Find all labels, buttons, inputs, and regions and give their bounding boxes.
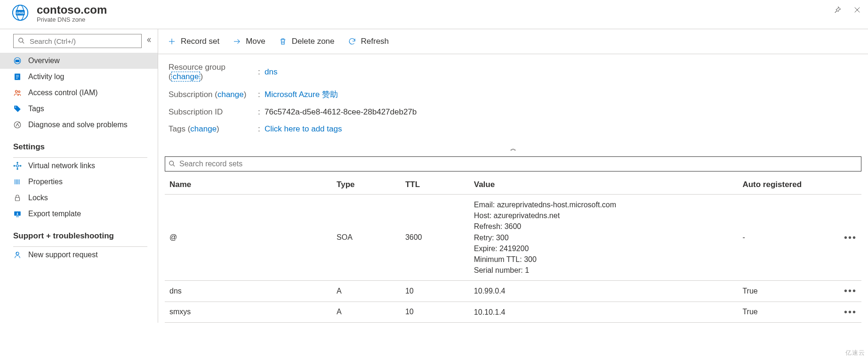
sidebar-item-label: Diagnose and solve problems	[28, 121, 128, 129]
tag-icon	[13, 105, 22, 113]
diag-icon	[13, 121, 22, 129]
svg-rect-6	[16, 60, 20, 62]
svg-point-4	[19, 38, 23, 42]
dns-zone-icon: DNS	[11, 4, 29, 22]
page-header: DNS contoso.com Private DNS zone	[0, 0, 868, 29]
cell-value: 10.10.1.4	[469, 302, 738, 322]
row-actions[interactable]: •••	[833, 281, 861, 302]
collapse-sidebar-icon[interactable]	[145, 37, 152, 45]
subscription-id-value: 76c5742a-d5e8-4612-8cee-28b427deb27b	[265, 107, 417, 117]
tags-label: Tags	[169, 124, 185, 133]
iam-icon	[13, 89, 22, 97]
cell-ttl: 10	[401, 302, 469, 322]
properties-block: Resource group (change) : dns Subscripti…	[158, 54, 868, 144]
svg-point-13	[14, 165, 15, 166]
subscription-id-label: Subscription ID	[169, 107, 258, 117]
sidebar-item-export-template[interactable]: Export template	[0, 206, 158, 222]
cell-name: dns	[165, 281, 332, 302]
cell-value: Email: azureprivatedns-host.microsoft.co…	[469, 195, 738, 281]
move-button[interactable]: Move	[233, 37, 265, 46]
support-icon	[13, 251, 22, 259]
sidebar: OverviewActivity logAccess control (IAM)…	[0, 29, 158, 323]
col-name[interactable]: Name	[165, 175, 332, 195]
sidebar-item-locks[interactable]: Locks	[0, 190, 158, 206]
delete-zone-label: Delete zone	[292, 37, 335, 46]
table-row[interactable]: dnsA1010.99.0.4True•••	[165, 281, 861, 302]
resource-group-value[interactable]: dns	[265, 67, 277, 77]
svg-point-14	[20, 165, 21, 166]
sidebar-item-activity-log[interactable]: Activity log	[0, 69, 158, 85]
refresh-button[interactable]: Refresh	[348, 37, 389, 46]
sidebar-item-label: Export template	[28, 210, 81, 218]
record-set-label: Record set	[181, 37, 219, 46]
cell-type: A	[332, 302, 401, 322]
subscription-value[interactable]: Microsoft Azure 赞助	[265, 89, 338, 100]
cell-auto: True	[738, 302, 833, 322]
sidebar-item-access-control-iam-[interactable]: Access control (IAM)	[0, 85, 158, 101]
records-table: Name Type TTL Value Auto registered @SOA…	[165, 175, 861, 323]
cell-value: 10.99.0.4	[469, 281, 738, 302]
sidebar-item-virtual-network-links[interactable]: Virtual network links	[0, 158, 158, 174]
tags-change-link[interactable]: change	[190, 124, 217, 133]
vnet-icon	[13, 162, 22, 170]
toolbar: Record set Move Delete zone Refresh	[158, 29, 868, 54]
cell-type: A	[332, 281, 401, 302]
svg-text:DNS: DNS	[16, 11, 24, 15]
log-icon	[13, 73, 22, 81]
col-auto[interactable]: Auto registered	[738, 175, 833, 195]
cell-auto: True	[738, 281, 833, 302]
prop-icon	[13, 178, 22, 186]
resource-group-label: Resource group	[169, 63, 225, 72]
more-icon[interactable]: •••	[844, 286, 857, 296]
svg-point-9	[18, 91, 20, 93]
sidebar-item-overview[interactable]: Overview	[0, 53, 158, 69]
content-pane: Record set Move Delete zone Refresh Reso…	[158, 29, 868, 323]
lock-icon	[13, 194, 22, 202]
col-ttl[interactable]: TTL	[401, 175, 469, 195]
svg-point-10	[15, 106, 16, 107]
delete-zone-button[interactable]: Delete zone	[279, 37, 335, 46]
sidebar-item-new-support-request[interactable]: New support request	[0, 247, 158, 263]
subscription-change-link[interactable]: change	[217, 90, 244, 99]
collapse-properties-icon[interactable]: ︽	[158, 144, 868, 156]
sidebar-section-settings: Settings	[0, 133, 158, 155]
page-subtitle: Private DNS zone	[37, 16, 833, 23]
cell-auto: -	[738, 195, 833, 281]
more-icon[interactable]: •••	[844, 232, 857, 243]
svg-rect-17	[16, 197, 20, 201]
sidebar-item-tags[interactable]: Tags	[0, 101, 158, 117]
tags-value[interactable]: Click here to add tags	[265, 124, 342, 134]
svg-point-20	[169, 161, 174, 165]
refresh-label: Refresh	[361, 37, 389, 46]
record-search-input[interactable]	[165, 156, 861, 171]
cell-ttl: 10	[401, 281, 469, 302]
close-icon[interactable]	[853, 6, 861, 16]
svg-point-16	[17, 169, 18, 170]
sidebar-item-diagnose-and-solve-problems[interactable]: Diagnose and solve problems	[0, 117, 158, 133]
sidebar-item-label: Tags	[28, 105, 44, 113]
search-icon	[169, 160, 176, 169]
move-label: Move	[246, 37, 265, 46]
search-icon	[18, 37, 25, 46]
row-actions[interactable]: •••	[833, 302, 861, 322]
sidebar-search-input[interactable]	[13, 34, 142, 48]
sidebar-item-label: Overview	[28, 57, 60, 65]
svg-point-15	[17, 162, 18, 163]
table-row[interactable]: smxysA1010.10.1.4True•••	[165, 302, 861, 322]
sidebar-item-label: Activity log	[28, 73, 64, 81]
svg-point-12	[16, 165, 19, 167]
sidebar-item-label: New support request	[28, 251, 98, 259]
table-row[interactable]: @SOA3600Email: azureprivatedns-host.micr…	[165, 195, 861, 281]
resource-group-change-link[interactable]: change	[171, 72, 201, 82]
col-type[interactable]: Type	[332, 175, 401, 195]
more-icon[interactable]: •••	[844, 307, 857, 317]
sidebar-item-label: Virtual network links	[28, 162, 95, 170]
row-actions[interactable]: •••	[833, 195, 861, 281]
cell-ttl: 3600	[401, 195, 469, 281]
record-set-button[interactable]: Record set	[168, 37, 219, 46]
col-value[interactable]: Value	[469, 175, 738, 195]
cell-name: @	[165, 195, 332, 281]
pin-icon[interactable]	[833, 6, 842, 16]
sidebar-item-label: Locks	[28, 194, 48, 202]
sidebar-item-properties[interactable]: Properties	[0, 174, 158, 190]
